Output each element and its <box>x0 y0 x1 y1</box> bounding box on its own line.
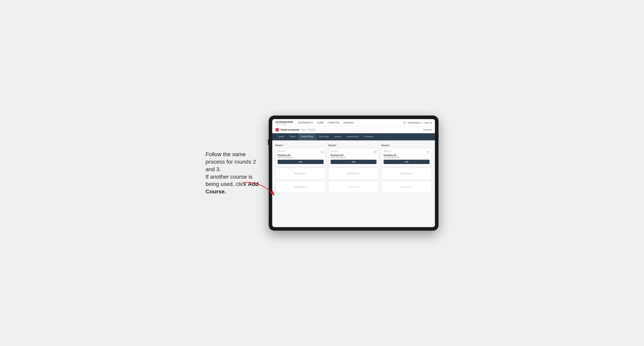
round-1-column: Round 1 (Course A) □ Peachtree GC Yellow… <box>276 144 326 194</box>
add-course-r3-slot2: Add Course + <box>382 181 432 193</box>
cancel-label[interactable]: Cancel <box>423 129 430 131</box>
add-course-plus-r3: + <box>412 172 413 175</box>
nav-tournaments[interactable]: TOURNAMENTS <box>298 122 313 124</box>
add-course-plus-r2: + <box>358 172 360 175</box>
course-remove-btn-r1[interactable]: □ <box>320 150 324 153</box>
course-card-r2: (Course A) □ Peachtree GC Yellow (M) (66… <box>328 148 379 166</box>
course-details-r1: Yellow (M) (6629 yds) <box>278 156 324 158</box>
course-card-header-r1: (Course A) □ <box>278 150 324 153</box>
nav-teams[interactable]: TEAMS <box>317 122 324 124</box>
sub-header: C Clippd Invitational (Men) Hosting Canc… <box>272 127 435 133</box>
cancel-x-icon[interactable]: ✕ <box>430 129 432 131</box>
logo-sub: Powered by clippd <box>276 123 293 125</box>
course-label-r2: (Course A) <box>331 150 338 152</box>
instruction-bold: Add Course. <box>206 181 259 194</box>
course-name-r2: Peachtree GC <box>331 154 377 156</box>
content-area: Round 1 (Course A) □ Peachtree GC Yellow… <box>272 140 435 227</box>
add-course-label-r2-s2: Add Course <box>347 186 358 188</box>
rounds-grid: Round 1 (Course A) □ Peachtree GC Yellow… <box>276 144 432 194</box>
instruction-block: Follow the same process for rounds 2 and… <box>206 151 261 195</box>
add-course-plus-r3-s2: + <box>412 186 413 188</box>
add-course-label-r1-s2: Add Course <box>294 186 305 188</box>
course-details-r3: Yellow (M) (6629 yds) <box>384 156 430 158</box>
round-1-label: Round 1 <box>276 144 326 147</box>
tab-teams[interactable]: Teams <box>287 133 298 140</box>
logo-main: SCOREBOARD <box>276 121 293 123</box>
separator: | <box>422 122 423 124</box>
add-course-label-r2: Add Course <box>347 173 358 175</box>
tournament-name: Clippd Invitational <box>280 129 299 131</box>
clippd-icon-letter: C <box>276 129 278 131</box>
edit-button-r3[interactable]: Edit <box>384 160 430 164</box>
add-course-label-r3-s2: Add Course <box>400 186 411 188</box>
tablet-screen: SCOREBOARD Powered by clippd TOURNAMENTS… <box>272 119 435 227</box>
hosting-badge: Hosting <box>307 128 316 131</box>
sign-out-link[interactable]: Sign out <box>424 122 432 124</box>
course-card-r1: (Course A) □ Peachtree GC Yellow (M) (66… <box>276 148 326 166</box>
user-avatar <box>403 121 406 124</box>
course-label-r1: (Course A) <box>278 150 285 152</box>
add-course-plus-r1: + <box>306 172 307 175</box>
course-name-r3: Peachtree GC <box>384 154 430 156</box>
course-details-r2: Yellow (M) (6629 yds) <box>331 156 377 158</box>
tab-course-setup[interactable]: Course Setup <box>298 133 316 140</box>
add-course-r1-slot2[interactable]: Add Course + <box>276 181 326 193</box>
course-card-header-r2: (Course A) □ <box>331 150 377 153</box>
tabs-bar: Details Teams Course Setup Tee Groups Re… <box>272 133 435 140</box>
course-name-r1: Peachtree GC <box>278 154 324 156</box>
tab-printables[interactable]: Printables <box>362 133 376 140</box>
course-card-r3: (Course A) □ Peachtree GC Yellow (M) (66… <box>382 148 432 166</box>
course-label-r3: (Course A) <box>384 150 391 152</box>
page-wrapper: Follow the same process for rounds 2 and… <box>184 116 460 231</box>
nav-links: TOURNAMENTS TEAMS COMMITTEE RANKINGS <box>298 122 402 124</box>
top-nav: SCOREBOARD Powered by clippd TOURNAMENTS… <box>272 119 435 127</box>
add-course-label-r1: Add Course <box>294 173 305 175</box>
tab-tee-groups[interactable]: Tee Groups <box>316 133 332 140</box>
nav-rankings[interactable]: RANKINGS <box>344 122 354 124</box>
round-3-label: Round 3 <box>382 144 432 147</box>
nav-right: blair@clippd.io | Sign out <box>403 121 432 124</box>
round-2-column: Round 2 (Course A) □ Peachtree GC Yellow… <box>328 144 379 194</box>
sub-header-right: Cancel ✕ <box>423 129 432 131</box>
add-course-r2-slot2: Add Course + <box>328 181 379 193</box>
add-course-r1[interactable]: Add Course + <box>276 168 326 179</box>
instruction-text: Follow the same process for rounds 2 and… <box>206 151 259 194</box>
edit-button-r2[interactable]: Edit <box>331 160 377 164</box>
add-course-r3[interactable]: Add Course + <box>382 168 432 179</box>
add-course-r2[interactable]: Add Course + <box>328 168 379 179</box>
tablet-frame: SCOREBOARD Powered by clippd TOURNAMENTS… <box>269 116 438 231</box>
tab-details[interactable]: Details <box>276 133 287 140</box>
men-label: (Men) <box>301 129 306 131</box>
add-course-plus-r1-s2: + <box>306 186 307 188</box>
clippd-icon: C <box>276 128 279 132</box>
round-3-column: Round 3 (Course A) □ Peachtree GC Yellow… <box>382 144 432 194</box>
nav-committee[interactable]: COMMITTEE <box>328 122 340 124</box>
user-email: blair@clippd.io <box>408 122 421 124</box>
scoreboard-logo: SCOREBOARD Powered by clippd <box>276 121 293 125</box>
course-card-header-r3: (Course A) □ <box>384 150 430 153</box>
round-2-label: Round 2 <box>328 144 379 147</box>
course-remove-btn-r3[interactable]: □ <box>426 150 430 153</box>
tab-leaderboards[interactable]: Leaderboards <box>344 133 362 140</box>
tab-results[interactable]: Results <box>332 133 344 140</box>
edit-button-r1[interactable]: Edit <box>278 160 324 164</box>
course-remove-btn-r2[interactable]: □ <box>373 150 376 153</box>
add-course-label-r3: Add Course <box>400 173 411 175</box>
add-course-plus-r2-s2: + <box>358 186 360 188</box>
